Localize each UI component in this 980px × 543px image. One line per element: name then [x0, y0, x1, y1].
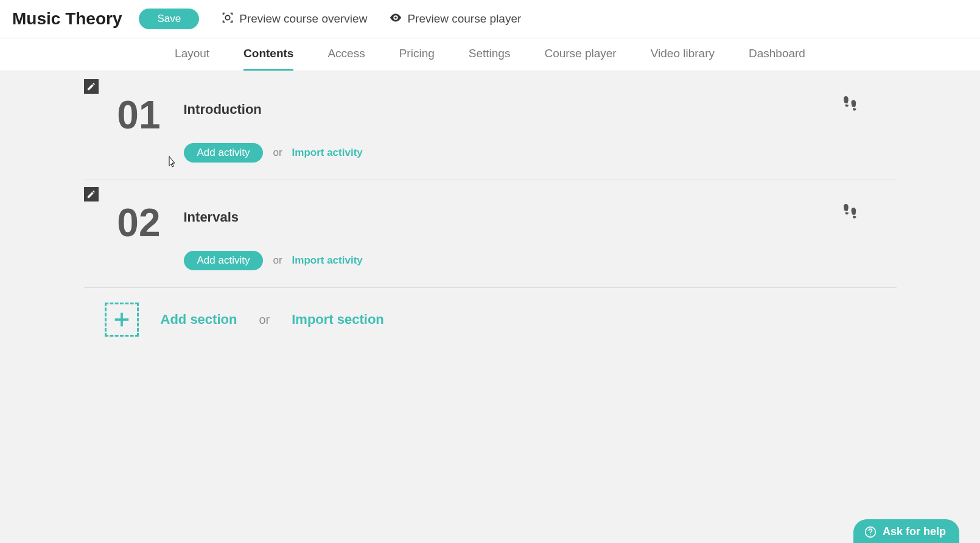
preview-overview-label: Preview course overview — [239, 12, 367, 26]
steps-icon[interactable] — [841, 202, 859, 226]
section-01: 01 Introduction Add activity or Import a… — [84, 72, 897, 180]
steps-icon[interactable] — [841, 94, 859, 119]
pencil-icon — [87, 82, 96, 91]
section-number: 01 — [84, 96, 161, 135]
tab-pricing[interactable]: Pricing — [399, 38, 435, 71]
ask-for-help-button[interactable]: Ask for help — [853, 519, 959, 543]
edit-section-button[interactable] — [84, 79, 99, 94]
save-button[interactable]: Save — [139, 9, 199, 29]
preview-player-icon — [389, 11, 402, 27]
content-area: 01 Introduction Add activity or Import a… — [0, 71, 980, 543]
or-text: or — [259, 313, 270, 327]
add-activity-button[interactable]: Add activity — [184, 143, 264, 163]
tab-settings[interactable]: Settings — [469, 38, 511, 71]
tab-course-player[interactable]: Course player — [544, 38, 616, 71]
tab-layout[interactable]: Layout — [175, 38, 209, 71]
tab-dashboard[interactable]: Dashboard — [749, 38, 805, 71]
import-activity-link[interactable]: Import activity — [292, 254, 363, 267]
or-text: or — [273, 254, 282, 267]
add-section-plus-button[interactable] — [105, 303, 139, 337]
or-text: or — [273, 147, 282, 159]
import-section-link[interactable]: Import section — [292, 312, 384, 328]
pencil-icon — [87, 190, 96, 198]
plus-icon — [113, 310, 131, 329]
svg-point-3 — [870, 534, 871, 535]
preview-overview-icon — [221, 11, 234, 27]
add-activity-button[interactable]: Add activity — [184, 251, 264, 270]
section-title: Introduction — [184, 102, 897, 117]
section-number: 02 — [84, 203, 161, 242]
ask-for-help-label: Ask for help — [883, 525, 946, 538]
header-bar: Music Theory Save Preview course overvie… — [0, 0, 980, 38]
help-icon — [864, 526, 877, 538]
preview-course-overview-link[interactable]: Preview course overview — [221, 11, 367, 27]
section-02: 02 Intervals Add activity or Import acti… — [84, 180, 897, 288]
course-title: Music Theory — [12, 9, 122, 29]
import-activity-link[interactable]: Import activity — [292, 147, 363, 159]
tab-access[interactable]: Access — [327, 38, 365, 71]
edit-section-button[interactable] — [84, 187, 99, 201]
tab-video-library[interactable]: Video library — [651, 38, 715, 71]
tab-contents[interactable]: Contents — [243, 38, 293, 71]
preview-player-label: Preview course player — [407, 12, 521, 26]
preview-course-player-link[interactable]: Preview course player — [389, 11, 521, 27]
add-section-link[interactable]: Add section — [161, 312, 237, 328]
section-title: Intervals — [184, 209, 897, 225]
add-section-row: Add section or Import section — [84, 288, 897, 337]
tabs-bar: Layout Contents Access Pricing Settings … — [0, 38, 980, 71]
